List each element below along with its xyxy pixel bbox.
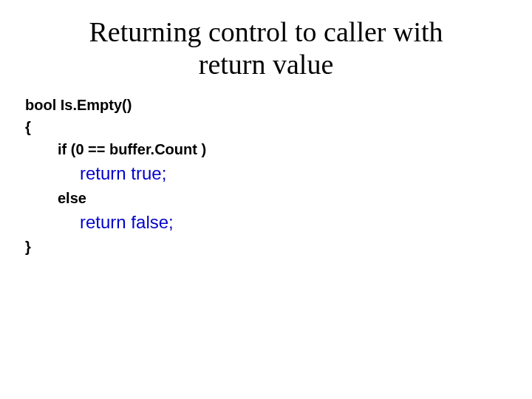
slide-title: Returning control to caller with return … <box>0 0 532 88</box>
title-line-2: return value <box>199 49 334 80</box>
code-line-else: else <box>25 187 532 209</box>
code-block: bool Is.Empty() { if (0 == buffer.Count … <box>0 88 532 258</box>
code-line-close-brace: } <box>25 236 532 258</box>
slide: Returning control to caller with return … <box>0 0 532 399</box>
code-line-return-false: return false; <box>25 209 532 236</box>
code-line-open-brace: { <box>25 116 532 138</box>
code-line-if: if (0 == buffer.Count ) <box>25 138 532 160</box>
code-line-signature: bool Is.Empty() <box>25 94 532 116</box>
code-line-return-true: return true; <box>25 160 532 187</box>
title-line-1: Returning control to caller with <box>89 16 443 47</box>
